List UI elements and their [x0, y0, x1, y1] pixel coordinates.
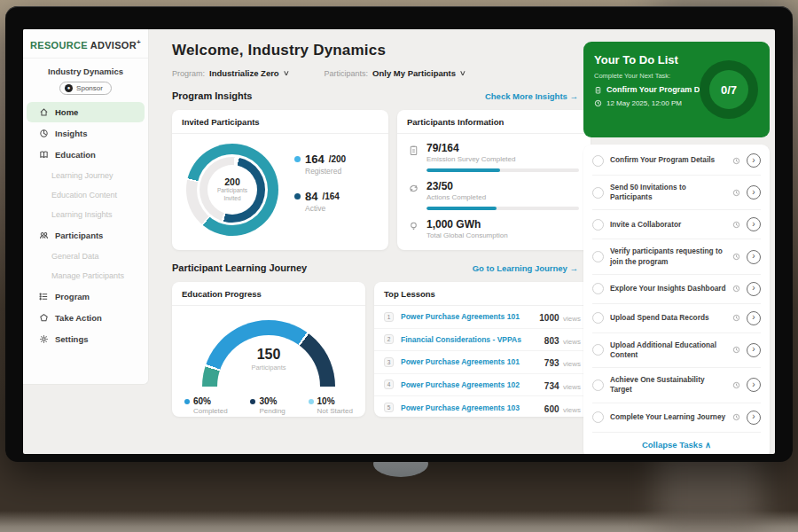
participants-information-card: Participants Information 79/164 Emission…	[397, 110, 591, 250]
home-icon	[39, 107, 49, 117]
lesson-row-2[interactable]: 2 Financial Considerations - VPPAs 803 v…	[374, 329, 591, 352]
top-lessons-card: Top Lessons 1 Power Purchase Agreements …	[374, 282, 591, 417]
stat-emission-survey: 79/164 Emission Survey Completed	[397, 134, 591, 172]
lesson-row-4[interactable]: 4 Power Purchase Agreements 102 734 view…	[374, 374, 591, 397]
task-checkbox[interactable]	[592, 312, 604, 324]
sidebar-item-program[interactable]: Program	[27, 286, 145, 307]
invited-participants-donut: 200 Participants Invited	[186, 144, 278, 236]
legend-active: 84/164 Active	[294, 190, 346, 213]
top-lessons-title: Top Lessons	[374, 282, 591, 306]
people-icon	[39, 231, 49, 240]
sidebar-item-participants[interactable]: Participants	[27, 225, 145, 246]
arrow-right-icon: →	[570, 91, 579, 101]
sidebar-item-settings[interactable]: Settings	[27, 329, 145, 349]
sidebar-item-manage-participants[interactable]: Manage Participants	[23, 266, 148, 286]
app-screen: RESOURCE ADVISOR+ Industry Dynamics ● Sp…	[23, 29, 775, 454]
education-progress-title: Education Progress	[172, 282, 365, 306]
task-checkbox[interactable]	[592, 379, 604, 391]
legend-pending: 30% Pending	[250, 396, 285, 415]
sidebar-item-take-action[interactable]: Take Action	[27, 308, 145, 328]
stat-consumption: 1,000 GWh Total Global Consumption	[397, 210, 591, 239]
education-progress-gauge: 150 Participants	[202, 320, 335, 387]
chevron-down-icon: ∨	[283, 69, 290, 77]
task-row-3: Invite a Collaborator ›	[592, 210, 761, 239]
task-checkbox[interactable]	[592, 283, 604, 294]
program-insights-heading: Program Insights	[172, 90, 252, 101]
task-checkbox[interactable]	[592, 344, 604, 356]
sidebar-item-education-content[interactable]: Education Content	[23, 185, 148, 205]
monitor-bezel: RESOURCE ADVISOR+ Industry Dynamics ● Sp…	[5, 6, 793, 462]
task-go-button[interactable]: ›	[747, 343, 761, 357]
lesson-row-5[interactable]: 5 Power Purchase Agreements 103 600 view…	[374, 396, 591, 419]
timer-icon	[732, 381, 740, 389]
clock-icon	[594, 99, 602, 107]
task-row-4: Verify participants requesting to join t…	[592, 239, 761, 274]
task-row-7: Upload Additional Educational Content ›	[592, 333, 761, 368]
list-icon	[39, 292, 49, 301]
sidebar-item-learning-insights[interactable]: Learning Insights	[23, 205, 148, 224]
task-checkbox[interactable]	[592, 155, 604, 167]
task-checkbox[interactable]	[592, 411, 604, 423]
page-title: Welcome, Industry Dynamics	[172, 42, 580, 59]
todo-progress-ring: 0/7	[700, 60, 758, 119]
actions-progress-bar	[426, 207, 579, 210]
book-icon	[39, 150, 49, 160]
go-to-learning-journey-link[interactable]: Go to Learning Journey →	[473, 263, 578, 273]
task-checkbox[interactable]	[592, 187, 604, 199]
program-filter[interactable]: Program: Industrialize Zero ∨	[172, 68, 289, 78]
task-checkbox[interactable]	[592, 219, 604, 231]
check-more-insights-link[interactable]: Check More Insights →	[485, 91, 578, 101]
task-row-8: Achieve One Sustainability Target ›	[592, 368, 761, 403]
sidebar-item-home[interactable]: Home	[27, 102, 145, 122]
timer-icon	[732, 189, 740, 197]
invited-center-label: Participants Invited	[209, 187, 255, 203]
task-go-button[interactable]: ›	[747, 250, 761, 264]
lesson-row-3[interactable]: 3 Power Purchase Agreements 101 793 view…	[374, 351, 591, 374]
timer-icon	[732, 346, 740, 354]
invited-participants-card: Invited Participants 200 Participants In…	[172, 110, 388, 250]
sidebar-item-general-data[interactable]: General Data	[23, 246, 148, 266]
lesson-row-1[interactable]: 1 Power Purchase Agreements 101 1000 vie…	[374, 306, 591, 329]
rank-badge: 1	[384, 312, 394, 322]
learning-journey-heading: Participant Learning Journey	[172, 262, 307, 273]
task-go-button[interactable]: ›	[747, 217, 761, 231]
task-checkbox[interactable]	[592, 251, 604, 262]
sponsor-badge[interactable]: ● Sponsor	[59, 82, 112, 95]
participants-information-title: Participants Information	[397, 110, 591, 134]
chevron-down-icon: ∨	[459, 69, 466, 77]
sidebar-item-insights[interactable]: Insights	[27, 123, 145, 144]
legend-completed: 60% Completed	[184, 396, 228, 415]
rank-badge: 3	[384, 357, 394, 367]
sidebar-item-learning-journey[interactable]: Learning Journey	[23, 166, 148, 185]
rank-badge: 4	[384, 379, 394, 389]
filter-bar: Program: Industrialize Zero ∨ Participan…	[172, 68, 580, 78]
timer-icon	[732, 157, 740, 165]
task-go-button[interactable]: ›	[747, 153, 761, 168]
task-go-button[interactable]: ›	[747, 411, 761, 425]
participants-filter[interactable]: Participants: Only My Participants ∨	[325, 68, 466, 78]
not-started-dot	[309, 399, 314, 404]
task-go-button[interactable]: ›	[747, 282, 761, 296]
timer-icon	[732, 413, 740, 421]
actions-icon	[408, 183, 419, 194]
invited-participants-title: Invited Participants	[172, 110, 388, 134]
sidebar-nav: Home Insights Education Learning Journey…	[23, 102, 148, 349]
collapse-tasks-link[interactable]: Collapse Tasks ∧	[592, 433, 761, 451]
todo-summary-card: Your To Do List Complete Your Next Task:…	[583, 42, 770, 137]
timer-icon	[732, 253, 740, 261]
shield-icon	[39, 313, 49, 323]
app-logo: RESOURCE ADVISOR+	[23, 29, 148, 59]
task-go-button[interactable]: ›	[747, 185, 761, 200]
desk-background: RESOURCE ADVISOR+ Industry Dynamics ● Sp…	[0, 0, 798, 532]
task-go-button[interactable]: ›	[747, 311, 761, 325]
task-row-2: Send 50 Invitations to Participants ›	[592, 176, 761, 210]
legend-not-started: 10% Not Started	[309, 396, 353, 415]
arrow-right-icon: →	[570, 263, 579, 273]
chevron-up-icon: ∧	[705, 440, 711, 450]
sidebar-item-education[interactable]: Education	[27, 145, 145, 165]
sponsor-icon: ●	[65, 84, 73, 92]
task-go-button[interactable]: ›	[747, 378, 761, 392]
stat-actions-completed: 23/50 Actions Completed	[397, 172, 591, 210]
sidebar: RESOURCE ADVISOR+ Industry Dynamics ● Sp…	[23, 29, 149, 385]
task-list-card: Confirm Your Program Details › Send 50 I…	[583, 145, 770, 454]
